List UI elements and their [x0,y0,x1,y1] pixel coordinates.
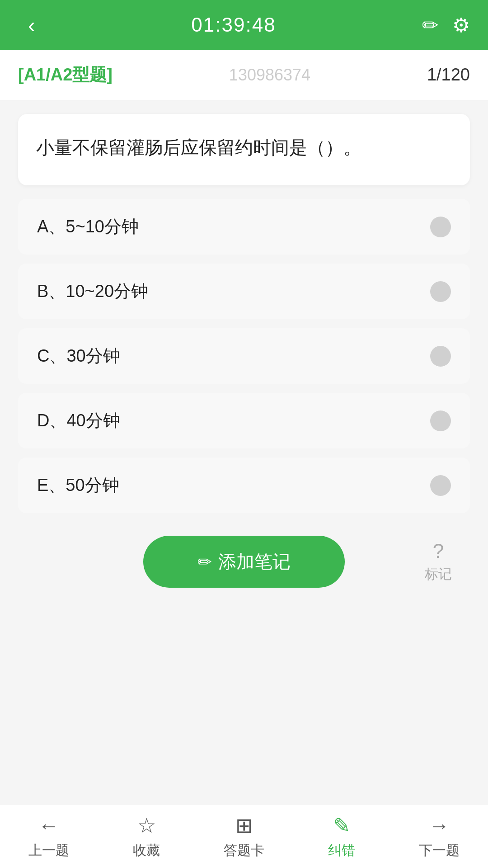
option-radio-b [430,281,451,302]
nav-icon-next: → [429,813,450,838]
pencil-icon: ✏ [197,552,212,572]
nav-label-correction: 纠错 [328,841,355,860]
add-note-button[interactable]: ✏ 添加笔记 [143,536,345,588]
question-type-label: [A1/A2型题] [18,63,113,86]
mark-label: 标记 [425,565,452,584]
question-text: 小量不保留灌肠后应保留约时间是（）。 [36,132,452,163]
option-d[interactable]: D、40分钟 [18,393,470,448]
option-a[interactable]: A、5~10分钟 [18,199,470,255]
nav-label-answer_card: 答题卡 [224,841,264,860]
nav-label-next: 下一题 [419,841,460,860]
option-e[interactable]: E、50分钟 [18,458,470,513]
action-area: ✏ 添加笔记 ? 标记 [18,527,470,597]
nav-item-collect[interactable]: ☆ 收藏 [110,813,183,860]
option-c[interactable]: C、30分钟 [18,328,470,384]
options-list: A、5~10分钟 B、10~20分钟 C、30分钟 D、40分钟 E、50分钟 [18,199,470,513]
back-icon: ‹ [28,13,35,38]
nav-item-correction[interactable]: ✎ 纠错 [305,813,378,860]
option-label-c: C、30分钟 [37,344,120,368]
nav-item-prev[interactable]: ← 上一题 [13,813,85,860]
question-card: 小量不保留灌肠后应保留约时间是（）。 [18,114,470,185]
option-radio-e [430,475,451,496]
main-content: 小量不保留灌肠后应保留约时间是（）。 A、5~10分钟 B、10~20分钟 C、… [0,100,488,805]
nav-label-collect: 收藏 [133,841,160,860]
option-label-d: D、40分钟 [37,409,120,432]
nav-icon-prev: ← [38,813,59,838]
nav-item-answer_card[interactable]: ⊞ 答题卡 [208,813,280,860]
option-radio-c [430,346,451,367]
meta-row: [A1/A2型题] 130986374 1/120 [0,50,488,100]
option-radio-d [430,410,451,431]
option-b[interactable]: B、10~20分钟 [18,264,470,319]
nav-label-prev: 上一题 [28,841,69,860]
question-id: 130986374 [229,66,310,85]
mark-button[interactable]: ? 标记 [425,540,452,584]
app-header: ‹ 01:39:48 ✏ ⚙ [0,0,488,50]
back-button[interactable]: ‹ [18,13,45,38]
option-label-a: A、5~10分钟 [37,215,139,238]
progress-indicator: 1/120 [427,65,470,85]
option-label-b: B、10~20分钟 [37,280,148,303]
settings-icon[interactable]: ⚙ [452,14,470,37]
option-label-e: E、50分钟 [37,474,119,497]
nav-icon-correction: ✎ [333,813,351,838]
option-radio-a [430,217,451,237]
nav-item-next[interactable]: → 下一题 [403,813,475,860]
edit-icon[interactable]: ✏ [422,14,439,37]
timer-display: 01:39:48 [191,14,276,36]
nav-icon-collect: ☆ [137,813,156,838]
mark-question-icon: ? [433,540,444,562]
header-icon-group: ✏ ⚙ [422,14,470,37]
add-note-label: 添加笔记 [218,549,291,574]
bottom-navigation: ← 上一题 ☆ 收藏 ⊞ 答题卡 ✎ 纠错 → 下一题 [0,805,488,868]
nav-icon-answer_card: ⊞ [235,813,253,838]
